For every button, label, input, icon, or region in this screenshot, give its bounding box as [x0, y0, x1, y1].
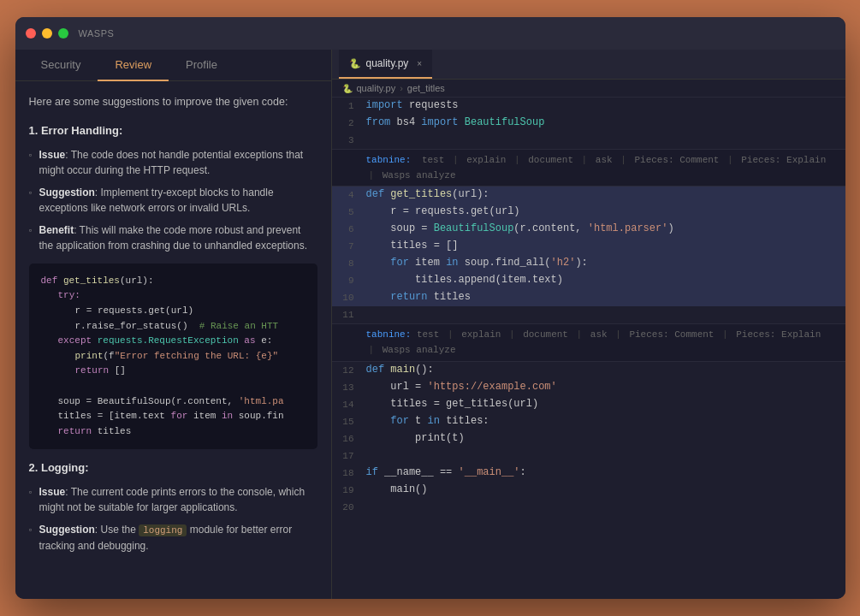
bullet-suggestion-1: Suggestion: Implement try-except blocks …: [29, 185, 317, 216]
editor-line-7: 7 titles = []: [332, 238, 845, 255]
tab-bar: Security Review Profile: [15, 50, 331, 81]
editor-line-11: 11: [332, 306, 845, 323]
editor-line-1: 1 import requests: [332, 98, 845, 115]
editor-area[interactable]: 1 import requests 2 from bs4 import Beau…: [332, 98, 845, 599]
editor-line-19: 19 main(): [332, 482, 845, 499]
tab-label: quality.py: [366, 57, 409, 69]
left-panel: Security Review Profile Here are some su…: [15, 50, 332, 599]
code-example-1: def get_titles(url): try: r = requests.g…: [29, 264, 317, 450]
title-bar: WASPS: [15, 17, 845, 50]
editor-line-15: 15 for t in titles:: [332, 413, 845, 430]
app-window: WASPS Security Review Profile Here are s…: [15, 17, 845, 599]
tabnine-bar-top: tabnine: test | explain | document | ask…: [332, 149, 845, 187]
editor-line-17: 17: [332, 447, 845, 465]
editor-line-4: 4 def get_titles(url):: [332, 187, 845, 204]
section-title-error-handling: 1. Error Handling:: [29, 122, 317, 140]
breadcrumb-file-icon: 🐍: [342, 84, 353, 93]
editor-line-5: 5 r = requests.get(url): [332, 204, 845, 221]
bullet-issue-2: Issue: The current code prints errors to…: [29, 484, 317, 515]
editor-line-20: 20: [332, 499, 845, 516]
editor-line-12: 12 def main():: [332, 362, 845, 379]
editor-line-13: 13 url = 'https://example.com': [332, 379, 845, 396]
section-logging: 2. Logging: Issue: The current code prin…: [29, 459, 317, 553]
close-tab-icon[interactable]: ×: [417, 59, 422, 68]
editor-line-10: 10 return titles: [332, 289, 845, 306]
editor-line-9: 9 titles.append(item.text): [332, 272, 845, 289]
breadcrumb-separator: ›: [400, 83, 403, 93]
breadcrumb-file: quality.py: [357, 83, 396, 93]
bullet-benefit-1: Benefit: This will make the code more ro…: [29, 222, 317, 253]
tab-review[interactable]: Review: [98, 50, 169, 81]
code-editor: 1 import requests 2 from bs4 import Beau…: [332, 98, 845, 516]
editor-tab-bar: 🐍 quality.py ×: [332, 50, 845, 80]
traffic-lights: [26, 28, 68, 38]
app-title: WASPS: [79, 28, 115, 38]
close-button[interactable]: [26, 28, 36, 38]
panel-content: Here are some suggestions to improve the…: [15, 81, 331, 572]
breadcrumb-function: get_titles: [407, 83, 445, 93]
bullet-issue-1: Issue: The code does not handle potentia…: [29, 147, 317, 178]
maximize-button[interactable]: [58, 28, 68, 38]
python-file-icon: 🐍: [349, 58, 361, 69]
main-content: Security Review Profile Here are some su…: [15, 50, 845, 599]
bullet-suggestion-2: Suggestion: Use the logging module for b…: [29, 522, 317, 554]
editor-line-2: 2 from bs4 import BeautifulSoup: [332, 115, 845, 132]
tabnine-bar-bottom: tabnine: test | explain | document | ask…: [332, 323, 845, 361]
editor-line-14: 14 titles = get_titles(url): [332, 396, 845, 413]
section-title-logging: 2. Logging:: [29, 459, 317, 477]
editor-line-6: 6 soup = BeautifulSoup(r.content, 'html.…: [332, 221, 845, 238]
tab-profile[interactable]: Profile: [169, 50, 234, 81]
editor-line-8: 8 for item in soup.find_all('h2'):: [332, 255, 845, 272]
minimize-button[interactable]: [42, 28, 52, 38]
editor-line-3: 3: [332, 132, 845, 149]
intro-text: Here are some suggestions to improve the…: [29, 93, 317, 110]
editor-line-16: 16 print(t): [332, 430, 845, 447]
right-panel: 🐍 quality.py × 🐍 quality.py › get_titles…: [332, 50, 845, 599]
tab-security[interactable]: Security: [24, 50, 98, 81]
editor-line-18: 18 if __name__ == '__main__':: [332, 465, 845, 482]
breadcrumb: 🐍 quality.py › get_titles: [332, 80, 845, 98]
editor-tab-quality-py[interactable]: 🐍 quality.py ×: [339, 50, 433, 79]
